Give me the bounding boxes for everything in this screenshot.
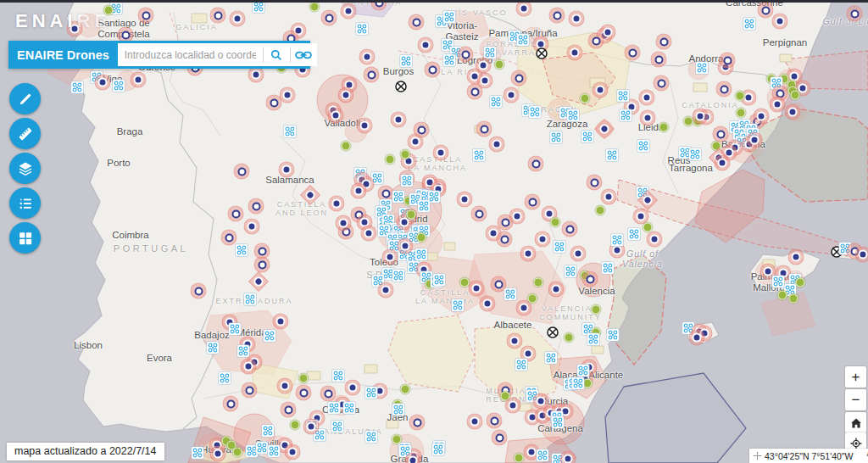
drone-aerodrome-marker[interactable]	[473, 149, 485, 161]
drone-aerodrome-marker[interactable]	[400, 55, 412, 67]
drone-aerodrome-marker[interactable]	[443, 11, 455, 23]
uas-zone-marker[interactable]	[328, 108, 344, 124]
uas-zone-marker[interactable]	[457, 192, 473, 208]
drone-aerodrome-marker[interactable]	[772, 276, 784, 287]
green-zone-marker[interactable]	[291, 421, 300, 430]
uas-ring-marker[interactable]	[242, 382, 258, 399]
uas-zone-marker[interactable]	[601, 189, 617, 205]
uas-ring-marker[interactable]	[228, 206, 244, 222]
uas-ring-marker[interactable]	[716, 81, 732, 98]
uas-ring-marker[interactable]	[549, 8, 565, 24]
uas-zone-marker[interactable]	[241, 359, 257, 375]
uas-ring-marker[interactable]	[847, 6, 863, 22]
search-button[interactable]	[264, 43, 290, 66]
drone-aerodrome-marker[interactable]	[696, 62, 708, 74]
uas-diamond-marker[interactable]	[300, 185, 320, 205]
drone-aerodrome-marker[interactable]	[207, 342, 219, 354]
drone-aerodrome-marker[interactable]	[256, 442, 268, 454]
uas-zone-marker[interactable]	[715, 155, 731, 171]
green-zone-marker[interactable]	[495, 60, 504, 70]
no-fly-marker[interactable]	[395, 81, 408, 93]
uas-ring-marker[interactable]	[281, 402, 297, 418]
uas-zone-marker[interactable]	[785, 104, 801, 120]
uas-ring-marker[interactable]	[254, 257, 270, 273]
green-zone-marker[interactable]	[392, 435, 402, 444]
uas-ring-marker[interactable]	[321, 10, 337, 26]
uas-ring-marker[interactable]	[234, 164, 250, 180]
green-zone-marker[interactable]	[791, 91, 800, 100]
green-zone-marker[interactable]	[528, 294, 537, 304]
drone-aerodrome-marker[interactable]	[517, 34, 529, 46]
uas-ring-marker[interactable]	[210, 8, 226, 24]
apps-button[interactable]	[9, 222, 41, 254]
drone-aerodrome-marker[interactable]	[545, 352, 557, 364]
uas-zone-marker[interactable]	[504, 87, 520, 103]
share-link-button[interactable]	[291, 43, 317, 66]
uas-zone-marker[interactable]	[567, 45, 583, 61]
uas-zone-marker[interactable]	[303, 419, 320, 435]
uas-zone-marker[interactable]	[359, 49, 376, 65]
green-zone-marker[interactable]	[737, 109, 746, 118]
uas-zone-marker[interactable]	[248, 67, 264, 83]
no-fly-marker[interactable]	[547, 326, 559, 339]
drone-aerodrome-marker[interactable]	[229, 323, 241, 335]
drone-aerodrome-marker[interactable]	[567, 109, 579, 121]
uas-zone-marker[interactable]	[640, 110, 656, 126]
drone-aerodrome-marker[interactable]	[356, 23, 368, 35]
green-zone-marker[interactable]	[233, 448, 242, 457]
layers-button[interactable]	[9, 153, 41, 184]
drone-aerodrome-marker[interactable]	[219, 372, 231, 384]
uas-ring-marker[interactable]	[492, 430, 508, 446]
green-zone-marker[interactable]	[342, 142, 351, 151]
uas-zone-marker[interactable]	[770, 97, 786, 113]
drone-aerodrome-marker[interactable]	[689, 148, 701, 160]
drone-aerodrome-marker[interactable]	[490, 96, 502, 108]
green-zone-marker[interactable]	[401, 385, 410, 394]
uas-ring-marker[interactable]	[525, 194, 541, 210]
drone-aerodrome-marker[interactable]	[552, 416, 564, 428]
uas-ring-marker[interactable]	[497, 232, 513, 248]
uas-ring-marker[interactable]	[425, 62, 441, 78]
uas-zone-marker[interactable]	[405, 453, 421, 463]
green-zone-marker[interactable]	[401, 150, 410, 159]
green-zone-marker[interactable]	[310, 3, 320, 12]
drone-aerodrome-marker[interactable]	[113, 80, 125, 92]
uas-zone-marker[interactable]	[382, 249, 398, 265]
uas-ring-marker[interactable]	[562, 221, 578, 237]
drone-aerodrome-marker[interactable]	[565, 265, 576, 277]
zoom-out-button[interactable]: −	[845, 389, 866, 410]
no-fly-marker[interactable]	[536, 47, 548, 60]
uas-zone-marker[interactable]	[489, 137, 505, 153]
uas-zone-marker[interactable]	[351, 183, 367, 199]
drone-aerodrome-marker[interactable]	[743, 18, 755, 30]
uas-zone-marker[interactable]	[639, 90, 655, 106]
drone-aerodrome-marker[interactable]	[617, 90, 629, 102]
uas-ring-marker[interactable]	[191, 283, 207, 299]
green-zone-marker[interactable]	[515, 454, 524, 463]
uas-zone-marker[interactable]	[329, 196, 345, 212]
green-zone-marker[interactable]	[386, 155, 395, 165]
uas-zone-marker[interactable]	[273, 314, 289, 330]
uas-ring-marker[interactable]	[458, 47, 474, 63]
drone-aerodrome-marker[interactable]	[332, 370, 344, 382]
drone-aerodrome-marker[interactable]	[428, 191, 440, 203]
uas-ring-marker[interactable]	[654, 75, 670, 92]
map-canvas[interactable]: Santiago deCompostelaVigoOurenseBragaPor…	[0, 0, 868, 463]
drone-aerodrome-marker[interactable]	[628, 228, 640, 240]
uas-zone-marker[interactable]	[361, 226, 377, 242]
green-zone-marker[interactable]	[565, 333, 574, 343]
uas-ring-marker[interactable]	[625, 45, 641, 61]
green-zone-marker[interactable]	[581, 94, 590, 103]
drone-aerodrome-marker[interactable]	[192, 447, 203, 459]
drone-aerodrome-marker[interactable]	[268, 445, 280, 457]
drone-aerodrome-marker[interactable]	[392, 191, 404, 203]
uas-ring-marker[interactable]	[587, 175, 603, 191]
green-zone-marker[interactable]	[592, 305, 601, 315]
uas-zone-marker[interactable]	[210, 446, 226, 462]
drone-aerodrome-marker[interactable]	[606, 149, 618, 161]
uas-zone-marker[interactable]	[336, 215, 352, 232]
uas-ring-marker[interactable]	[296, 385, 312, 401]
uas-zone-marker[interactable]	[754, 109, 770, 125]
uas-zone-marker[interactable]	[277, 378, 293, 394]
uas-zone-marker[interactable]	[520, 246, 537, 262]
